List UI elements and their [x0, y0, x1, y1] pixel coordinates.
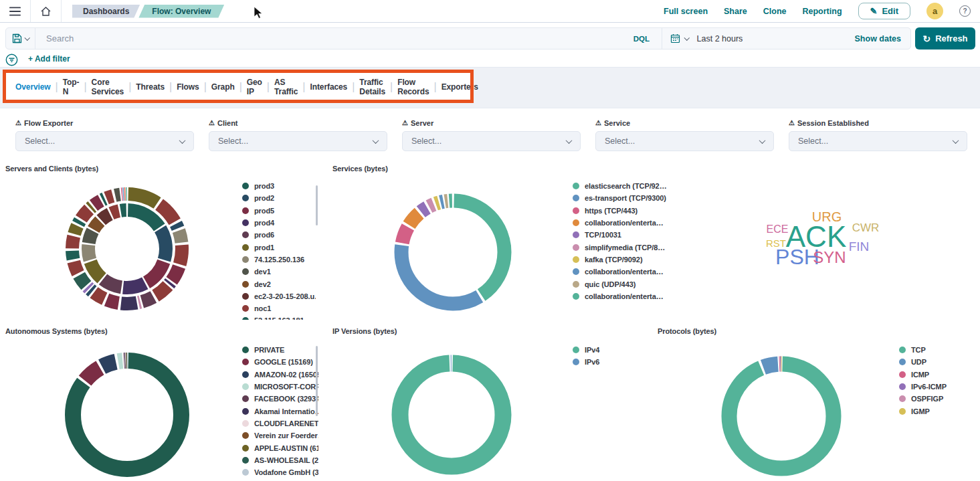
donut-segment-tcp[interactable]: [729, 364, 834, 468]
tag-syn[interactable]: SYN: [813, 250, 846, 266]
legend-item-https-tcp-443[interactable]: https (TCP/443): [573, 205, 670, 217]
tab-traffic-details[interactable]: Traffic Details: [359, 78, 385, 96]
legend-swatch: [573, 293, 579, 300]
filter-select-flow-exporter[interactable]: Select...: [15, 131, 194, 151]
avatar[interactable]: a: [926, 3, 943, 19]
legend-item-amazon-02-16509[interactable]: AMAZON-02 (16509): [242, 369, 318, 381]
protocols-legend: TCPUDPICMPIPv6-ICMPOSPFIGPIGMP: [899, 344, 978, 424]
tab-as-traffic[interactable]: AS Traffic: [274, 78, 298, 96]
legend-item-simplifymedia-tcp-8[interactable]: simplifymedia (TCP/8…: [573, 241, 670, 253]
time-range-value[interactable]: Last 2 hours: [697, 34, 855, 43]
tab-top-n[interactable]: Top-N: [63, 78, 80, 96]
date-quick-select-button[interactable]: [662, 28, 697, 49]
tab-core-services[interactable]: Core Services: [92, 78, 124, 96]
tag-fin[interactable]: FIN: [849, 240, 870, 253]
filter-select-session-established[interactable]: Select...: [789, 131, 967, 151]
donut-segment-ipv4[interactable]: [400, 363, 503, 466]
filter-select-service[interactable]: Select...: [595, 131, 774, 151]
legend-item-elasticsearch-tcp-92[interactable]: elasticsearch (TCP/92…: [573, 180, 670, 192]
legend-item-dev2[interactable]: dev2: [242, 278, 316, 290]
legend-item-private[interactable]: PRIVATE: [242, 344, 318, 356]
legend-item-ipv4[interactable]: IPv4: [573, 344, 646, 356]
legend-item-vodafone-gmbh-3[interactable]: Vodafone GmbH (3…: [242, 466, 318, 478]
legend-item-prod1[interactable]: prod1: [242, 241, 316, 253]
legend-item-apple-austin-61[interactable]: APPLE-AUSTIN (61…: [242, 442, 318, 454]
show-dates-button[interactable]: Show dates: [855, 34, 901, 43]
legend-item-collaboration-enterta[interactable]: collaboration/enterta…: [573, 266, 670, 278]
legend-item-facebook-32934[interactable]: FACEBOOK (32934): [242, 393, 318, 405]
tab-overview[interactable]: Overview: [15, 82, 51, 92]
autonomous-systems-legend: PRIVATEGOOGLE (15169)AMAZON-02 (16509)MI…: [242, 344, 318, 481]
query-language-button[interactable]: DQL: [633, 35, 650, 43]
legend-item-es-transport-tcp-9300[interactable]: es-transport (TCP/9300): [573, 192, 670, 204]
legend-swatch: [242, 207, 249, 214]
legend-item-ipv6[interactable]: IPv6: [573, 356, 646, 368]
legend-item-icmp[interactable]: ICMP: [899, 369, 978, 381]
legend-item-52-115-163-181[interactable]: 52.115.163.181: [242, 314, 316, 320]
tab-graph[interactable]: Graph: [211, 82, 235, 92]
filter-options-button[interactable]: [5, 54, 18, 66]
add-filter-button[interactable]: + Add filter: [28, 54, 70, 64]
legend-item-dev1[interactable]: dev1: [242, 266, 316, 278]
edit-button[interactable]: ✎ Edit: [858, 3, 910, 19]
filter-client: ⚠ClientSelect...: [209, 119, 387, 151]
clone-link[interactable]: Clone: [763, 7, 787, 16]
tag-ece[interactable]: ECE: [767, 224, 789, 235]
tab-geo-ip[interactable]: Geo IP: [247, 78, 262, 96]
filter-label: ⚠Flow Exporter: [15, 119, 194, 127]
legend-item-prod4[interactable]: prod4: [242, 217, 316, 229]
home-button[interactable]: [31, 0, 61, 22]
legend-item-74-125-250-136[interactable]: 74.125.250.136: [242, 254, 316, 266]
tab-flows[interactable]: Flows: [177, 82, 199, 92]
legend-item-verein-zur-foerder[interactable]: Verein zur Foerder…: [242, 429, 318, 442]
tag-urg[interactable]: URG: [812, 210, 842, 223]
legend-label: simplifymedia (TCP/8…: [585, 244, 665, 252]
legend-item-ipv6-icmp[interactable]: IPv6-ICMP: [899, 381, 978, 393]
share-link[interactable]: Share: [724, 7, 747, 16]
legend-item-google-15169[interactable]: GOOGLE (15169): [242, 356, 318, 368]
legend-item-cloudflarenet[interactable]: CLOUDFLARENET (…: [242, 417, 318, 429]
legend-item-quic-udp-443[interactable]: quic (UDP/443): [573, 278, 670, 290]
legend-label: noc1: [254, 304, 271, 312]
tab-exporters[interactable]: Exporters: [442, 82, 478, 92]
calendar-icon: [670, 33, 680, 43]
full-screen-link[interactable]: Full screen: [664, 7, 708, 16]
filter-select-server[interactable]: Select...: [402, 131, 581, 151]
legend-item-igmp[interactable]: IGMP: [899, 405, 978, 417]
legend-swatch: [899, 395, 906, 402]
help-icon[interactable]: ?: [959, 5, 971, 17]
legend-item-akamai-internatio[interactable]: Akamai Internatio…: [242, 405, 318, 417]
refresh-button[interactable]: ↻ Refresh: [915, 27, 975, 50]
legend-item-prod6[interactable]: prod6: [242, 229, 316, 241]
legend-item-prod3[interactable]: prod3: [242, 180, 316, 192]
saved-query-menu-button[interactable]: [6, 28, 35, 49]
legend-scrollbar[interactable]: [316, 346, 318, 416]
breadcrumb-dashboards[interactable]: Dashboards: [72, 5, 140, 18]
tab-threats[interactable]: Threats: [136, 82, 165, 92]
breadcrumb-flow-overview[interactable]: Flow: Overview: [138, 5, 224, 18]
tab-flow-records[interactable]: Flow Records: [397, 78, 429, 96]
legend-swatch: [242, 469, 249, 476]
legend-item-collaboration-enterta[interactable]: collaboration/enterta…: [573, 217, 670, 229]
tab-interfaces[interactable]: Interfaces: [310, 82, 347, 92]
legend-scrollbar[interactable]: [316, 185, 318, 225]
legend-item-kafka-tcp-9092[interactable]: kafka (TCP/9092): [573, 254, 670, 266]
legend-item-noc1[interactable]: noc1: [242, 302, 316, 314]
select-placeholder: Select...: [25, 136, 55, 146]
reporting-link[interactable]: Reporting: [803, 7, 842, 16]
legend-item-ospfigp[interactable]: OSPFIGP: [899, 393, 978, 405]
legend-item-collaboration-enterta[interactable]: collaboration/enterta…: [573, 290, 670, 302]
legend-item-ec2-3-20-15-208-u[interactable]: ec2-3-20-15-208.u…: [242, 290, 316, 302]
legend-item-tcp[interactable]: TCP: [899, 344, 978, 356]
menu-button[interactable]: [0, 0, 30, 22]
legend-item-tcp-10031[interactable]: TCP/10031: [573, 229, 670, 241]
filter-select-client[interactable]: Select...: [209, 131, 387, 151]
legend-item-as-wholesail-2[interactable]: AS-WHOLESAIL (2…: [242, 454, 318, 466]
legend-item-udp[interactable]: UDP: [899, 356, 978, 368]
search-input[interactable]: [45, 33, 621, 44]
legend-item-prod2[interactable]: prod2: [242, 192, 316, 204]
legend-item-microsoft-corp[interactable]: MICROSOFT-CORP…: [242, 381, 318, 393]
tag-rst[interactable]: RST: [766, 237, 786, 248]
legend-item-prod5[interactable]: prod5: [242, 205, 316, 217]
tag-cwr[interactable]: CWR: [852, 222, 880, 233]
